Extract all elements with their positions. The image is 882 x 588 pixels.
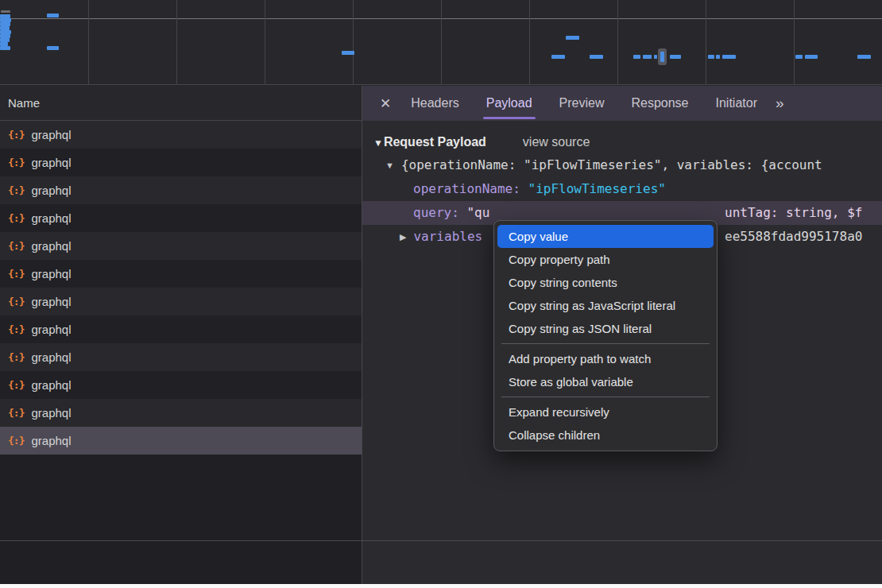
- details-tab-bar: ✕ HeadersPayloadPreviewResponseInitiator…: [362, 86, 882, 121]
- tab-headers[interactable]: Headers: [397, 86, 472, 121]
- footer-divider: [0, 540, 882, 541]
- request-row[interactable]: {:}graphql: [0, 315, 362, 343]
- request-timing-bar: [857, 55, 871, 59]
- request-timing-bar: [47, 14, 59, 17]
- json-file-icon: {:}: [8, 184, 24, 196]
- menu-item-add-property-path-to-watch[interactable]: Add property path to watch: [497, 347, 714, 370]
- json-file-icon: {:}: [8, 129, 24, 141]
- property-key: variables: [413, 229, 482, 244]
- request-timing-bar: [566, 36, 579, 40]
- tab-payload[interactable]: Payload: [473, 86, 546, 121]
- request-name: graphql: [31, 156, 71, 169]
- overview-gridline: [441, 0, 442, 84]
- menu-item-expand-recursively[interactable]: Expand recursively: [497, 400, 714, 424]
- context-menu: Copy valueCopy property pathCopy string …: [493, 220, 718, 451]
- panel-split-handle[interactable]: [362, 86, 362, 584]
- json-file-icon: {:}: [8, 407, 24, 419]
- request-timing-bar: [716, 55, 720, 59]
- request-name: graphql: [31, 323, 71, 336]
- request-name: graphql: [31, 434, 71, 447]
- request-row[interactable]: {:}graphql: [0, 232, 362, 260]
- request-row[interactable]: {:}graphql: [0, 343, 362, 371]
- name-column-header[interactable]: Name: [0, 86, 362, 121]
- request-name: graphql: [31, 378, 71, 392]
- request-timing-bar: [805, 55, 818, 59]
- section-collapse-icon: ▼: [373, 137, 383, 149]
- request-row[interactable]: {:}graphql: [0, 260, 362, 288]
- selected-request-marker: [658, 48, 667, 65]
- json-file-icon: {:}: [8, 435, 24, 447]
- property-value-start: "qu: [466, 205, 489, 220]
- request-payload-header: ▼Request Payload view source: [362, 131, 882, 153]
- overview-gridline: [529, 0, 530, 84]
- request-timing-bar: [590, 55, 603, 59]
- request-name: graphql: [31, 211, 71, 225]
- menu-separator: [501, 397, 710, 397]
- tab-response[interactable]: Response: [617, 86, 702, 121]
- devtools-network-window: Name {:}graphql{:}graphql{:}graphql{:}gr…: [0, 0, 882, 588]
- requests-list-panel: Name {:}graphql{:}graphql{:}graphql{:}gr…: [0, 86, 362, 584]
- request-timing-bar: [722, 55, 736, 59]
- request-payload-title[interactable]: ▼Request Payload: [373, 135, 486, 149]
- menu-item-copy-string-contents[interactable]: Copy string contents: [497, 271, 714, 294]
- tab-preview[interactable]: Preview: [546, 86, 618, 121]
- overview-gridline: [353, 0, 354, 84]
- request-timing-bar: [342, 51, 354, 55]
- property-preview-continuation: ee5588fdad995178a0: [725, 225, 862, 249]
- request-name: graphql: [31, 128, 71, 141]
- json-file-icon: {:}: [8, 379, 24, 391]
- json-file-icon: {:}: [8, 212, 24, 224]
- operation-name-row[interactable]: operationName: "ipFlowTimeseries": [362, 177, 882, 201]
- menu-item-copy-string-as-javascript-literal[interactable]: Copy string as JavaScript literal: [497, 294, 714, 317]
- property-key: query:: [413, 205, 459, 220]
- request-timing-bar: [551, 55, 565, 59]
- overview-gridline: [88, 0, 89, 84]
- overview-gridline: [265, 0, 265, 84]
- json-file-icon: {:}: [8, 351, 24, 363]
- request-name: graphql: [31, 350, 71, 364]
- request-timing-bar: [633, 55, 640, 59]
- json-file-icon: {:}: [8, 240, 24, 252]
- request-name: graphql: [31, 295, 71, 308]
- expanded-triangle-icon[interactable]: ▼: [385, 153, 394, 177]
- menu-item-collapse-children[interactable]: Collapse children: [497, 424, 714, 447]
- request-row[interactable]: {:}graphql: [0, 288, 362, 315]
- network-overview-timeline[interactable]: [0, 0, 882, 85]
- payload-root-row[interactable]: ▼{operationName: "ipFlowTimeseries", var…: [362, 153, 882, 177]
- menu-item-copy-property-path[interactable]: Copy property path: [497, 248, 714, 271]
- collapsed-triangle-icon[interactable]: ▶: [400, 225, 406, 249]
- menu-item-copy-string-as-json-literal[interactable]: Copy string as JSON literal: [497, 317, 714, 340]
- view-source-link[interactable]: view source: [523, 135, 590, 149]
- request-row[interactable]: {:}graphql: [0, 399, 362, 427]
- overview-gridline: [794, 0, 795, 84]
- menu-item-store-as-global-variable[interactable]: Store as global variable: [497, 370, 714, 393]
- request-timing-bar: [47, 46, 59, 50]
- request-row[interactable]: {:}graphql: [0, 176, 362, 204]
- requests-list: {:}graphql{:}graphql{:}graphql{:}graphql…: [0, 121, 362, 455]
- request-row[interactable]: {:}graphql: [0, 427, 362, 455]
- request-timing-bar: [1, 10, 10, 13]
- menu-item-copy-value[interactable]: Copy value: [497, 225, 714, 248]
- request-name: graphql: [31, 239, 71, 253]
- request-row[interactable]: {:}graphql: [0, 371, 362, 399]
- request-row[interactable]: {:}graphql: [0, 149, 362, 176]
- json-file-icon: {:}: [8, 157, 24, 168]
- overview-gridline: [176, 0, 177, 84]
- property-value: "ipFlowTimeseries": [528, 181, 666, 196]
- request-timing-bar: [643, 55, 652, 59]
- property-value-continuation: untTag: string, $f: [725, 201, 862, 225]
- request-row[interactable]: {:}graphql: [0, 121, 362, 149]
- request-timing-bar: [670, 55, 681, 59]
- request-timing-bar: [708, 55, 714, 59]
- overview-gridline: [706, 0, 706, 84]
- request-row[interactable]: {:}graphql: [0, 204, 362, 232]
- request-name: graphql: [31, 184, 71, 197]
- root-preview-text: {operationName: "ipFlowTimeseries", vari…: [401, 157, 822, 172]
- request-name: graphql: [31, 406, 71, 420]
- menu-separator: [501, 343, 710, 344]
- more-tabs-icon[interactable]: »: [776, 95, 783, 112]
- close-icon[interactable]: ✕: [380, 95, 391, 112]
- tab-initiator[interactable]: Initiator: [702, 86, 771, 121]
- json-file-icon: {:}: [8, 268, 24, 280]
- property-key: operationName:: [413, 181, 520, 196]
